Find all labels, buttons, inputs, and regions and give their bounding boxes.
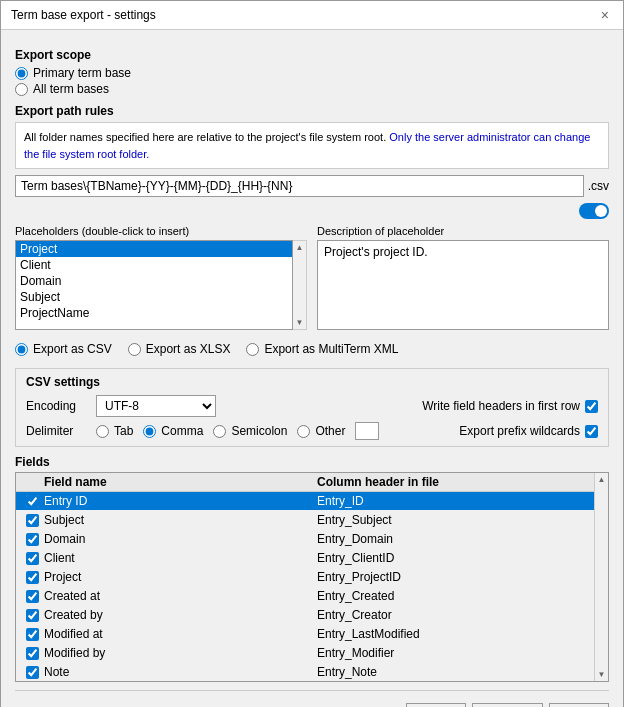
check-col-header <box>20 475 44 489</box>
description-label: Description of placeholder <box>317 225 609 237</box>
placeholder-item-domain[interactable]: Domain <box>16 273 292 289</box>
field-name-cell: Entry ID <box>44 494 317 508</box>
description-text: Project's project ID. <box>324 245 428 259</box>
path-input[interactable] <box>15 175 584 197</box>
other-radio[interactable] <box>297 425 310 438</box>
write-headers-label: Write field headers in first row <box>422 399 580 413</box>
export-prefix-row: Export prefix wildcards <box>459 424 598 438</box>
write-headers-checkbox[interactable] <box>585 400 598 413</box>
other-delimiter-input[interactable] <box>355 422 379 440</box>
export-scope-label: Export scope <box>15 48 609 62</box>
fields-table-wrapper: Field name Column header in file Entry I… <box>15 472 609 682</box>
semicolon-option[interactable]: Semicolon <box>213 424 287 438</box>
close-button[interactable]: × <box>597 7 613 23</box>
tab-label: Tab <box>114 424 133 438</box>
path-rules-info: All folder names specified here are rela… <box>15 122 609 169</box>
semicolon-label: Semicolon <box>231 424 287 438</box>
fields-table[interactable]: Field name Column header in file Entry I… <box>16 473 594 681</box>
placeholder-scrollbar[interactable]: ▲ ▼ <box>293 240 307 330</box>
xlsx-label: Export as XLSX <box>146 342 231 356</box>
fields-label: Fields <box>15 455 609 469</box>
fields-scrollbar[interactable]: ▲ ▼ <box>594 473 608 681</box>
multiterm-radio[interactable] <box>246 343 259 356</box>
placeholder-item-client[interactable]: Client <box>16 257 292 273</box>
table-row[interactable]: Entry ID Entry_ID <box>16 492 594 511</box>
export-format-row: Export as CSV Export as XLSX Export as M… <box>15 338 609 360</box>
table-row[interactable]: Domain Entry_Domain <box>16 530 594 549</box>
description-box: Project's project ID. <box>317 240 609 330</box>
table-row[interactable]: Subject Entry_Subject <box>16 511 594 530</box>
cancel-button[interactable]: Cancel <box>472 703 543 707</box>
button-bar: OK Cancel Help <box>15 697 609 707</box>
encoding-row: Encoding UTF-8 UTF-16 ASCII ISO-8859-1 W… <box>26 395 598 417</box>
export-prefix-label: Export prefix wildcards <box>459 424 580 438</box>
table-row[interactable]: Project Entry_ProjectID <box>16 568 594 587</box>
all-radio[interactable] <box>15 83 28 96</box>
placeholder-list[interactable]: Project Client Domain Subject ProjectNam… <box>15 240 293 330</box>
other-option[interactable]: Other <box>297 424 345 438</box>
export-scope-group: Primary term base All term bases <box>15 66 609 96</box>
divider <box>15 690 609 691</box>
encoding-select[interactable]: UTF-8 UTF-16 ASCII ISO-8859-1 <box>96 395 216 417</box>
encoding-label: Encoding <box>26 399 96 413</box>
delimiter-row: Delimiter Tab Comma Semicolon <box>26 422 598 440</box>
csv-label: Export as CSV <box>33 342 112 356</box>
export-prefix-checkbox[interactable] <box>585 425 598 438</box>
csv-settings-box: CSV settings Encoding UTF-8 UTF-16 ASCII… <box>15 368 609 447</box>
delimiter-options: Tab Comma Semicolon Other <box>96 422 379 440</box>
ok-button[interactable]: OK <box>406 703 466 707</box>
all-term-bases-option[interactable]: All term bases <box>15 82 609 96</box>
table-row[interactable]: Created at Entry_Created <box>16 587 594 606</box>
help-button[interactable]: Help <box>549 703 609 707</box>
comma-radio[interactable] <box>143 425 156 438</box>
export-xlsx-option[interactable]: Export as XLSX <box>128 342 231 356</box>
check-cell[interactable] <box>20 495 44 508</box>
comma-option[interactable]: Comma <box>143 424 203 438</box>
export-csv-option[interactable]: Export as CSV <box>15 342 112 356</box>
tab-option[interactable]: Tab <box>96 424 133 438</box>
table-row[interactable]: Client Entry_ClientID <box>16 549 594 568</box>
fields-section: Fields Field name Column header in file … <box>15 455 609 682</box>
export-path-label: Export path rules <box>15 104 609 118</box>
placeholder-item-projectname[interactable]: ProjectName <box>16 305 292 321</box>
table-row[interactable]: Modified by Entry_Modifier <box>16 644 594 663</box>
placeholders-section: Placeholders (double-click to insert) Pr… <box>15 225 609 330</box>
primary-radio[interactable] <box>15 67 28 80</box>
comma-label: Comma <box>161 424 203 438</box>
export-multiterm-option[interactable]: Export as MultiTerm XML <box>246 342 398 356</box>
dialog-title: Term base export - settings <box>11 8 156 22</box>
all-label: All term bases <box>33 82 109 96</box>
field-name-header: Field name <box>44 475 317 489</box>
csv-radio[interactable] <box>15 343 28 356</box>
other-label: Other <box>315 424 345 438</box>
col-header-cell: Entry_ID <box>317 494 590 508</box>
path-extension: .csv <box>588 179 609 193</box>
table-row[interactable]: Created by Entry_Creator <box>16 606 594 625</box>
path-row: .csv <box>15 175 609 197</box>
placeholder-item-subject[interactable]: Subject <box>16 289 292 305</box>
delimiter-label: Delimiter <box>26 424 96 438</box>
xlsx-radio[interactable] <box>128 343 141 356</box>
dialog: Term base export - settings × Export sco… <box>0 0 624 707</box>
table-row[interactable]: Note Entry_Note <box>16 663 594 681</box>
placeholder-right: Description of placeholder Project's pro… <box>317 225 609 330</box>
primary-term-base-option[interactable]: Primary term base <box>15 66 609 80</box>
placeholder-left: Placeholders (double-click to insert) Pr… <box>15 225 307 330</box>
toggle-row <box>15 203 609 219</box>
csv-settings-label: CSV settings <box>26 375 598 389</box>
fields-header: Field name Column header in file <box>16 473 594 492</box>
placeholder-item-project[interactable]: Project <box>16 241 292 257</box>
primary-label: Primary term base <box>33 66 131 80</box>
table-row[interactable]: Modified at Entry_LastModified <box>16 625 594 644</box>
write-headers-row: Write field headers in first row <box>422 399 598 413</box>
multiterm-label: Export as MultiTerm XML <box>264 342 398 356</box>
col-header-header: Column header in file <box>317 475 590 489</box>
placeholders-label: Placeholders (double-click to insert) <box>15 225 307 237</box>
title-bar: Term base export - settings × <box>1 1 623 30</box>
semicolon-radio[interactable] <box>213 425 226 438</box>
tab-radio[interactable] <box>96 425 109 438</box>
toggle-switch[interactable] <box>579 203 609 219</box>
